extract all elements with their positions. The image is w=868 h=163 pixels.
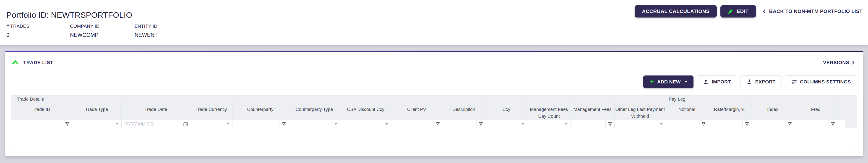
filter-input-trade-currency[interactable]	[190, 120, 223, 128]
column-header-counterparty[interactable]: Counterparty	[232, 103, 288, 120]
filter-cell-index	[751, 120, 794, 128]
page-header: Portfolio ID: NEWTRSPORTFOLIO # TRADES 0…	[0, 0, 868, 45]
filter-input-rate-margin[interactable]	[708, 120, 742, 128]
field-num-trades: # TRADES 0	[6, 24, 70, 38]
field-value: 0	[6, 32, 70, 38]
calendar-icon[interactable]	[181, 120, 190, 128]
filter-input-ccy[interactable]	[486, 120, 519, 128]
filter-funnel-icon[interactable]	[742, 120, 751, 128]
column-header-csa-discount-ccy[interactable]: CSA Discount Ccy	[340, 103, 391, 120]
column-header-management-fees[interactable]: Management Fees	[570, 103, 614, 120]
column-header-freq[interactable]: Freq	[794, 103, 837, 120]
filter-funnel-icon[interactable]	[476, 120, 485, 128]
filter-cell-client-pv	[391, 120, 442, 128]
dropdown-caret-icon[interactable]	[382, 120, 391, 128]
dropdown-caret-icon[interactable]	[113, 120, 121, 128]
trade-list-grid: Trade DetailsPay LegTrade IDTrade TypeTr…	[11, 95, 857, 149]
filter-input-trade-date[interactable]	[122, 120, 181, 128]
back-link[interactable]: BACK TO NON-MTM PORTFOLIO LIST	[763, 8, 863, 14]
grid-filler-cell	[845, 95, 857, 103]
plus-icon: +	[649, 78, 654, 85]
grid-filter-row	[11, 120, 857, 128]
filter-input-management-fees-day-count[interactable]	[527, 120, 562, 128]
column-header-trade-id[interactable]: Trade ID	[11, 103, 72, 120]
filter-cell-counterparty-type	[288, 120, 340, 128]
filter-cell-csa-discount-ccy	[340, 120, 391, 128]
column-header-management-fees-day-count[interactable]: Management Fees Day Count	[527, 103, 570, 120]
column-header-counterparty-type[interactable]: Counterparty Type	[288, 103, 340, 120]
filter-cell-freq	[794, 120, 837, 128]
back-label: BACK TO NON-MTM PORTFOLIO LIST	[769, 8, 863, 14]
dropdown-caret-icon[interactable]	[562, 120, 570, 128]
filter-funnel-icon[interactable]	[63, 120, 72, 128]
field-label: COMPANY ID	[70, 24, 134, 29]
column-header-trade-currency[interactable]: Trade Currency	[190, 103, 232, 120]
column-header-client-pv[interactable]: Client PV	[391, 103, 442, 120]
filter-funnel-icon[interactable]	[606, 120, 614, 128]
collapse-section-button[interactable]	[12, 60, 19, 65]
filter-cell-management-fees-day-count	[527, 120, 570, 128]
filter-input-trade-type[interactable]	[72, 120, 113, 128]
import-button[interactable]: IMPORT	[697, 76, 737, 88]
filter-input-description[interactable]	[442, 120, 476, 128]
filter-input-trade-id[interactable]	[11, 120, 63, 128]
chevron-up-icon	[12, 60, 19, 65]
column-header-trade-date[interactable]: Trade Date	[121, 103, 190, 120]
page-title: Portfolio ID: NEWTRSPORTFOLIO	[6, 10, 132, 19]
filter-funnel-icon[interactable]	[433, 120, 442, 128]
column-header-index[interactable]: Index	[751, 103, 794, 120]
columns-settings-button[interactable]: COLUMNS SETTINGS	[785, 76, 857, 88]
grid-empty-body	[11, 128, 857, 149]
column-header-rate-margin[interactable]: Rate/Margin, %	[708, 103, 751, 120]
column-header-notional[interactable]: Notional	[665, 103, 708, 120]
filter-funnel-icon[interactable]	[699, 120, 708, 128]
column-header-description[interactable]: Description	[442, 103, 485, 120]
column-header-ccy[interactable]: Ccy	[485, 103, 527, 120]
filter-input-counterparty-type[interactable]	[288, 120, 332, 128]
filter-input-csa-discount-ccy[interactable]	[340, 120, 382, 128]
filter-cell-trade-currency	[190, 120, 232, 128]
filter-input-notional[interactable]	[666, 120, 699, 128]
panel-accent-bar	[5, 51, 863, 52]
filter-input-freq[interactable]	[794, 120, 828, 128]
column-group-trade-details: Trade Details	[11, 95, 665, 103]
dropdown-caret-icon[interactable]	[332, 120, 340, 128]
chevron-left-icon	[763, 9, 767, 14]
filter-cell-trade-id	[11, 120, 72, 128]
filter-cell-trade-date	[121, 120, 190, 128]
filter-input-management-fees[interactable]	[571, 120, 606, 128]
column-header-other-leg-last-payment-withheld[interactable]: Other Leg Last Payment Withheld	[614, 103, 665, 120]
filter-input-other-leg-last-payment-withheld[interactable]	[615, 120, 657, 128]
filter-cell-counterparty	[232, 120, 288, 128]
chevron-right-icon	[851, 60, 855, 65]
versions-link[interactable]: VERSIONS	[823, 60, 855, 65]
grid-header-row: Trade IDTrade TypeTrade DateTrade Curren…	[11, 103, 857, 120]
export-label: EXPORT	[755, 79, 776, 85]
filter-funnel-icon[interactable]	[785, 120, 794, 128]
portfolio-summary-fields: # TRADES 0 COMPANY ID NEWCOMP ENTITY ID …	[6, 24, 158, 38]
filter-input-index[interactable]	[751, 120, 785, 128]
filter-funnel-icon[interactable]	[828, 120, 837, 128]
pencil-icon	[728, 8, 734, 14]
trade-list-panel: TRADE LIST VERSIONS + ADD NEW IMPORT	[5, 51, 863, 156]
edit-button[interactable]: EDIT	[720, 5, 756, 17]
dropdown-caret-icon[interactable]	[657, 120, 665, 128]
grid-filler-cell	[845, 120, 857, 128]
add-new-button[interactable]: + ADD NEW	[643, 76, 693, 88]
accrual-calculations-button[interactable]: ACCRUAL CALCULATIONS	[634, 5, 717, 17]
dropdown-caret-icon[interactable]	[223, 120, 232, 128]
filter-funnel-icon[interactable]	[279, 120, 288, 128]
sliders-icon	[791, 79, 797, 85]
export-button[interactable]: EXPORT	[740, 76, 782, 88]
upload-icon	[703, 79, 709, 85]
accrual-calculations-label: ACCRUAL CALCULATIONS	[642, 8, 709, 14]
portfolio-page: Portfolio ID: NEWTRSPORTFOLIO # TRADES 0…	[0, 0, 868, 163]
column-header-trade-type[interactable]: Trade Type	[72, 103, 121, 120]
download-icon	[746, 79, 752, 85]
field-value: NEWCOMP	[70, 32, 134, 38]
dropdown-caret-icon[interactable]	[519, 120, 527, 128]
filter-input-client-pv[interactable]	[391, 120, 433, 128]
grid-toolbar: + ADD NEW IMPORT EXPORT COLUMN	[643, 76, 857, 88]
filter-input-counterparty[interactable]	[232, 120, 279, 128]
versions-label: VERSIONS	[823, 60, 849, 65]
